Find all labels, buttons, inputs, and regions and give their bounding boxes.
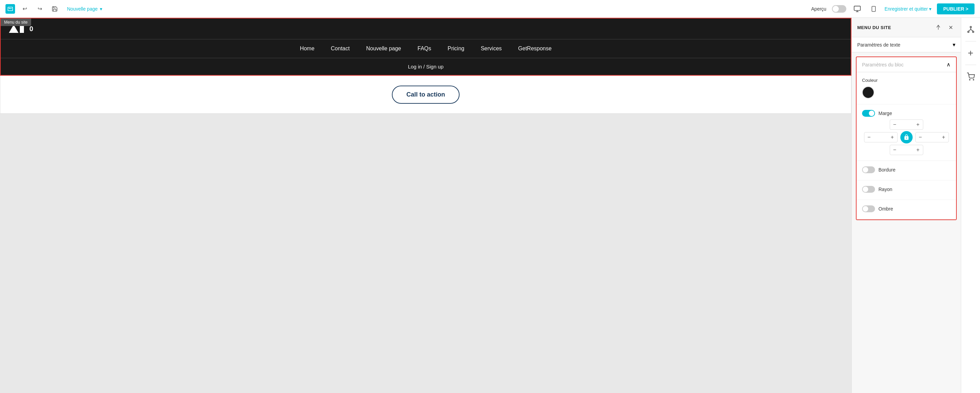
margin-grid: − + − + [862,120,951,155]
svg-line-11 [971,29,973,31]
panel-header: MENU DU SITE ✕ [852,18,961,37]
margin-bottom-minus[interactable]: − [890,145,900,155]
margin-right-minus[interactable]: − [916,133,925,142]
apercu-toggle[interactable] [832,5,846,13]
page-label: Nouvelle page [67,6,98,12]
site-menu-block[interactable]: Menu du site 0 Home Contact Nouvelle pag… [0,18,851,76]
margin-top-input-wrap: − + [890,120,923,130]
margin-bottom-input-wrap: − + [890,145,923,155]
main-area: Menu du site 0 Home Contact Nouvelle pag… [0,18,980,393]
publier-button[interactable]: PUBLIER > [937,3,975,14]
enregistrer-label: Enregistrer et quitter [885,6,928,12]
nav-item-getresponse[interactable]: GetResponse [518,46,552,52]
couleur-section: Couleur [857,72,956,104]
auth-bar: Log in / Sign up [1,58,851,75]
bordure-label: Bordure [878,167,896,173]
redo-button[interactable]: ↪ [34,3,45,14]
panel-title: MENU DU SITE [857,25,891,30]
svg-point-8 [972,31,974,32]
right-panel: MENU DU SITE ✕ Paramètres de texte ▾ Par… [851,18,961,393]
marge-section: Marge − + − [857,104,956,161]
cta-button[interactable]: Call to action [392,86,459,104]
rayon-toggle[interactable] [862,186,875,193]
canvas: Menu du site 0 Home Contact Nouvelle pag… [0,18,851,393]
svg-point-12 [969,80,970,80]
nav-item-home[interactable]: Home [300,46,315,52]
margin-left-plus[interactable]: + [888,133,897,142]
color-swatch[interactable] [862,86,874,99]
enregistrer-button[interactable]: Enregistrer et quitter ▾ [885,6,932,12]
param-texte-dropdown[interactable]: Paramètres de texte ▾ [852,37,961,53]
margin-top-plus[interactable]: + [913,120,923,129]
network-icon-button[interactable] [963,22,978,37]
param-bloc-section: Paramètres du bloc ∧ Couleur Marge [856,56,957,220]
svg-point-13 [973,80,974,80]
svg-line-10 [968,29,971,31]
rayon-label: Rayon [878,187,892,192]
marge-label: Marge [878,110,892,116]
margin-middle-row: − + − + [864,131,949,144]
menu-tooltip: Menu du site [1,19,31,26]
svg-point-7 [968,31,969,32]
margin-right-input-wrap: − + [915,132,949,142]
sidebar-divider-2 [965,65,976,65]
nav-item-services[interactable]: Services [481,46,502,52]
couleur-label: Couleur [862,78,951,83]
margin-lock-button[interactable] [900,131,913,144]
mobile-view-button[interactable] [868,3,879,14]
margin-right-input[interactable] [925,133,939,142]
cart-icon-button[interactable] [963,69,978,84]
save-icon-button[interactable] [49,3,60,14]
param-texte-label: Paramètres de texte [857,42,900,48]
margin-bottom-input[interactable] [900,145,913,155]
svg-rect-0 [854,6,860,10]
nav-bar: Home Contact Nouvelle page FAQs Pricing … [1,39,851,58]
margin-top-input[interactable] [900,120,913,129]
nav-item-contact[interactable]: Contact [331,46,350,52]
margin-bottom-plus[interactable]: + [913,145,923,155]
undo-button[interactable]: ↩ [19,3,30,14]
param-bloc-header[interactable]: Paramètres du bloc ∧ [857,57,956,72]
rayon-section: Rayon [857,181,956,200]
margin-right-plus[interactable]: + [939,133,948,142]
bordure-toggle[interactable] [862,166,875,173]
param-bloc-chevron-icon: ∧ [947,61,951,68]
chevron-down-icon: ▾ [100,6,102,12]
ombre-section: Ombre [857,200,956,219]
nav-item-faqs[interactable]: FAQs [417,46,431,52]
ombre-toggle[interactable] [862,205,875,212]
nav-item-pricing[interactable]: Pricing [448,46,465,52]
margin-bottom-row: − + [890,145,923,155]
menu-top-bar: 0 [1,19,851,39]
page-selector-button[interactable]: Nouvelle page ▾ [64,5,105,13]
sidebar-divider [965,41,976,42]
margin-left-minus[interactable]: − [864,133,874,142]
margin-left-input[interactable] [874,133,888,142]
auth-text: Log in / Sign up [408,64,444,69]
panel-pin-button[interactable] [934,22,943,32]
sidebar-right: + [961,18,980,393]
param-texte-chevron-icon: ▾ [953,42,955,48]
margin-top-row: − + [890,120,923,130]
add-element-button[interactable]: + [963,46,978,61]
panel-header-icons: ✕ [934,22,955,32]
margin-left-input-wrap: − + [864,132,897,142]
apercu-label: Aperçu [811,6,826,12]
cta-block[interactable]: Call to action [0,76,851,113]
margin-top-minus[interactable]: − [890,120,900,129]
bordure-section: Bordure [857,161,956,181]
desktop-view-button[interactable] [852,3,863,14]
app-logo [5,4,15,14]
marge-toggle[interactable] [862,110,875,117]
chevron-down-icon-enregistrer: ▾ [929,6,931,12]
param-bloc-label: Paramètres du bloc [862,62,904,67]
toolbar: ↩ ↪ Nouvelle page ▾ Aperçu Enregistrer e… [0,0,980,18]
svg-point-6 [970,26,972,28]
nav-item-nouvelle-page[interactable]: Nouvelle page [366,46,401,52]
panel-close-button[interactable]: ✕ [946,22,955,32]
ombre-label: Ombre [878,206,893,212]
